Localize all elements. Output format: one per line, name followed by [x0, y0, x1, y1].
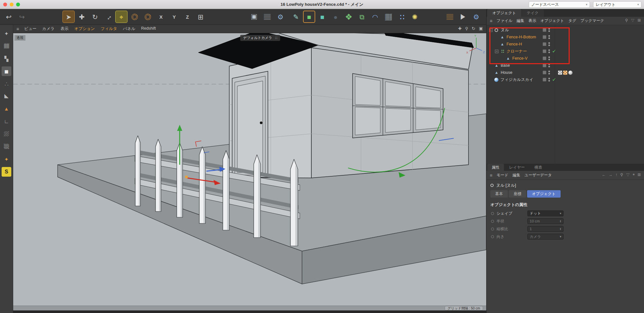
layer-chip[interactable]	[543, 56, 546, 60]
tree-item-fence-h-bottom[interactable]: ▲Fence-H-Bottom	[487, 34, 644, 41]
array-button[interactable]: ⧉	[356, 11, 368, 23]
menu-view[interactable]: ビュー	[24, 26, 36, 32]
anim-toggle-icon[interactable]	[491, 235, 494, 238]
visibility-dots[interactable]	[548, 35, 550, 39]
menu-tags[interactable]: タグ	[568, 18, 576, 24]
visibility-dots[interactable]	[548, 28, 550, 32]
radius-field[interactable]: 10 cm▲▼	[527, 218, 564, 224]
stepper-arrows-icon[interactable]: ▲▼	[560, 228, 561, 230]
tab-objects[interactable]: オブジェクト	[487, 9, 521, 17]
layer-chip[interactable]	[543, 64, 546, 67]
visibility-dots[interactable]	[548, 42, 550, 46]
menu-options[interactable]: オプション	[74, 26, 95, 32]
generator-button[interactable]: ●	[329, 11, 342, 23]
visibility-dots[interactable]	[548, 71, 550, 74]
render-queue-button[interactable]: ▤	[444, 11, 456, 23]
menu-filter[interactable]: フィルタ	[101, 26, 117, 32]
layer-chip[interactable]	[543, 71, 546, 74]
menu-edit[interactable]: 編集	[516, 18, 524, 24]
menu-display[interactable]: 表示	[528, 18, 536, 24]
nodespace-select[interactable]: ノードスペース ▾	[529, 1, 590, 8]
simulation-ring-tool[interactable]: ◎	[128, 11, 141, 23]
visibility-dots[interactable]	[548, 64, 550, 67]
filter-icon[interactable]: ▽	[626, 172, 630, 178]
field-button[interactable]: ▦	[382, 11, 394, 23]
texture-mode-icon[interactable]: ▚	[2, 54, 11, 64]
lock-y-button[interactable]: Y	[168, 11, 180, 23]
checker-orange-tag-icon[interactable]	[563, 71, 567, 75]
layer-chip[interactable]	[543, 78, 546, 82]
layer-chip[interactable]	[543, 49, 546, 53]
layer-chip[interactable]	[543, 42, 546, 46]
anim-toggle-icon[interactable]	[491, 220, 494, 223]
zoom-button[interactable]	[16, 3, 20, 6]
redo-button[interactable]: ↪	[16, 11, 28, 23]
menu-userdata[interactable]: ユーザーデータ	[525, 172, 552, 178]
layer-chip[interactable]	[543, 35, 546, 39]
coord-system-button[interactable]: ⊞	[194, 11, 207, 23]
attribute-menu-icon[interactable]: ≡	[490, 173, 492, 178]
cube-primitive-button[interactable]: ■	[303, 11, 315, 23]
tree-item-house[interactable]: ▲House	[487, 69, 644, 76]
move-tool[interactable]: ✚	[76, 11, 88, 23]
live-selection-tool[interactable]: ➤	[62, 11, 75, 23]
axis-modify-tool[interactable]: ⌖	[115, 11, 128, 23]
tree-item-fence-h[interactable]: ▲Fence-H	[487, 41, 644, 48]
viewport-menu-icon[interactable]: ≡	[16, 26, 19, 32]
light-button[interactable]: ✺	[409, 11, 421, 23]
phong-tag-icon[interactable]	[568, 71, 573, 75]
object-manager-menu-icon[interactable]: ≡	[490, 18, 492, 24]
tweak-mode-icon[interactable]: ✦	[2, 29, 11, 38]
search-icon[interactable]: ⚲	[625, 18, 628, 24]
lock-icon[interactable]: ◉	[633, 172, 635, 178]
aspect-ratio-field[interactable]: 1▲▼	[527, 226, 564, 232]
paint-icon[interactable]: ✦	[2, 154, 11, 164]
polygon-mode-icon[interactable]: ▲	[2, 104, 11, 114]
tree-item-physical-sky[interactable]: フィジカルスカイ✓	[487, 76, 644, 83]
layer-chip[interactable]	[543, 28, 546, 32]
render-picture-viewer-button[interactable]: ▤	[261, 11, 273, 23]
tab-coordinates[interactable]: 座標	[509, 190, 526, 198]
camera-label[interactable]: デフォルトカメラ ∷	[240, 35, 280, 41]
tree-item-fence-v[interactable]: ▲Fence-V	[487, 55, 644, 62]
menu-panel[interactable]: パネル	[123, 26, 135, 32]
lock-z-button[interactable]: Z	[181, 11, 194, 23]
layout-select[interactable]: レイアウト ▾	[593, 1, 641, 8]
tab-object[interactable]: オブジェクト	[527, 190, 561, 198]
preferences-gear-button[interactable]: ⚙	[470, 11, 482, 23]
back-icon[interactable]: ←	[602, 172, 606, 178]
menu-cameras[interactable]: カメラ	[42, 26, 54, 32]
subdivision-surface-button[interactable]: ■	[316, 11, 328, 23]
menu-objects[interactable]: オブジェクト	[540, 18, 564, 24]
close-button[interactable]	[3, 3, 7, 6]
object-mode-icon[interactable]: ◼	[2, 66, 11, 76]
zoom-view-icon[interactable]: ⚲	[465, 26, 469, 32]
render-settings-button[interactable]: ⚙	[274, 11, 287, 23]
up-icon[interactable]: ↑	[615, 172, 617, 178]
minimize-button[interactable]	[10, 3, 14, 6]
anim-toggle-icon[interactable]	[491, 228, 494, 230]
model-mode-icon[interactable]: ▦	[2, 41, 11, 51]
free-rotate-tool[interactable]: ◎	[142, 11, 154, 23]
search-icon[interactable]: ⚲	[620, 172, 623, 178]
visibility-dots[interactable]	[548, 49, 550, 53]
menu-bookmarks[interactable]: ブックマーク	[581, 18, 604, 24]
play-button[interactable]: ▶	[457, 11, 469, 23]
expander-icon[interactable]: −	[489, 28, 493, 32]
enabled-check-icon[interactable]: ✓	[552, 77, 556, 82]
rotate-view-icon[interactable]: ↻	[472, 26, 475, 32]
texture-axis-icon[interactable]: ▩	[2, 142, 11, 152]
toggle-view-icon[interactable]: ▣	[479, 26, 483, 32]
expander-icon[interactable]: −	[495, 50, 498, 53]
house-model[interactable]	[198, 33, 474, 178]
volume-button[interactable]: ❖	[343, 11, 355, 23]
add-icon[interactable]: ⊞	[638, 18, 641, 24]
tree-item-null[interactable]: −ヌル	[487, 26, 644, 34]
tree-item-cloner[interactable]: −∷クローナー✓	[487, 48, 644, 55]
simulate-button[interactable]: ∷	[395, 11, 408, 23]
filter-icon[interactable]: ▽	[631, 18, 635, 24]
anim-toggle-icon[interactable]	[491, 212, 494, 215]
add-icon[interactable]: ⊞	[638, 172, 641, 178]
snap-icon[interactable]: ▨	[2, 129, 11, 139]
visibility-dots[interactable]	[548, 56, 550, 60]
